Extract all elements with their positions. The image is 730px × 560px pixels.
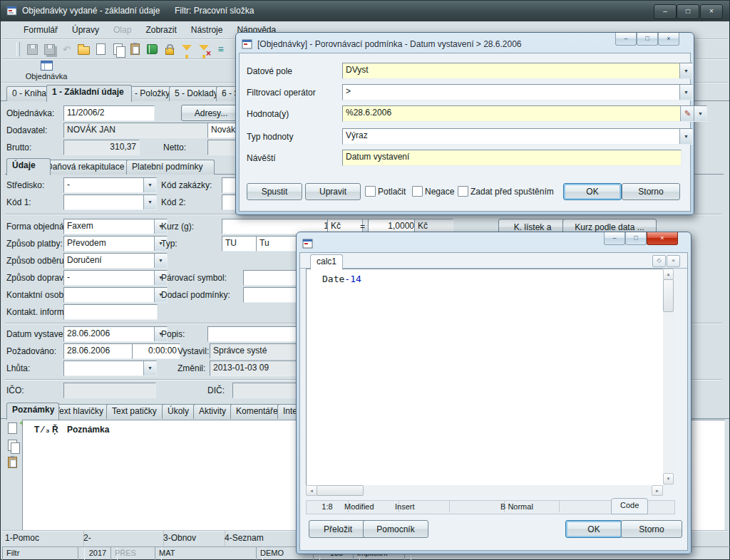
dodavatel-combo[interactable]: NOVÁK JAN▼ [63,123,221,138]
notes-format-icons[interactable]: T ⁄ ₃ Ř̦ [34,425,58,435]
dialog-close-button[interactable]: × [658,33,679,46]
zpusob-platby-combo[interactable]: Převodem▼ [63,236,168,252]
lock-icon[interactable] [161,41,178,58]
undo-icon[interactable]: ↶ [58,41,75,58]
new-document-icon[interactable] [93,41,109,58]
scroll-up-icon[interactable]: ▲ [663,269,674,280]
dodaci-podminky-input[interactable] [243,287,302,303]
prelozit-button[interactable]: Přeložit [309,520,367,538]
editor-options-icon[interactable]: ◇ [652,255,666,267]
kontaktni-osoba-combo[interactable]: ▼ [63,287,168,303]
copy-icon[interactable] [110,41,126,58]
filter-dialog-titlebar[interactable]: [Objednávky] - Porovnávací podmínka - Da… [242,36,601,53]
horizontal-scrollbar[interactable]: ◄ ► [306,485,663,496]
close-button[interactable]: × [700,4,723,19]
typ-hodnoty-combo[interactable]: Výraz▼ [342,128,693,145]
add-note-icon[interactable]: + [8,422,22,437]
kontakt-informace-input[interactable] [63,304,158,320]
dialog-minimize-button[interactable]: – [615,33,637,46]
ok-button[interactable]: OK [563,183,622,200]
forma-objednavky-combo[interactable]: Faxem▼ [63,219,168,234]
notes-tab-poznamky[interactable]: Poznámky [6,403,59,420]
dialog-maximize-button[interactable]: □ [625,232,647,245]
vystavil-field: Správce systé [210,343,302,359]
subtab-udaje[interactable]: Údaje [6,158,51,175]
kod1-combo[interactable]: ▼ [63,195,157,210]
subtab-platebni-podminky[interactable]: Platební podmínky [126,160,215,175]
objednavka-input[interactable]: 11/2006/2 [63,105,155,121]
zpusob-dopravy-combo[interactable]: -▼ [63,270,168,286]
dialog-maximize-button[interactable]: □ [637,33,658,46]
storno-button[interactable]: Storno [622,183,680,200]
maximize-button[interactable]: □ [677,4,699,19]
paste-icon[interactable] [127,41,143,58]
dropdown-icon[interactable]: ▼ [143,195,156,209]
scroll-left-icon[interactable]: ◄ [306,485,317,496]
dropdown-icon[interactable]: ▼ [143,361,156,375]
code-mode-tab[interactable]: Code [611,498,648,514]
order-toolbar-button[interactable]: Objednávka [15,61,78,81]
calc-tab[interactable]: calc1 [310,254,343,270]
main-titlebar[interactable]: Objednávky vydané - základní údaje Filtr… [1,1,729,21]
dropdown-icon[interactable]: ▼ [694,106,706,121]
dropdown-icon[interactable]: ▼ [679,63,692,78]
zpusob-odberu-combo[interactable]: Doručení▼ [63,253,168,269]
menu-nastroje[interactable]: Nástroje [184,23,230,38]
pozadovano-time-input[interactable]: 0:00:00 [132,343,180,359]
dropdown-icon[interactable]: ▼ [143,178,156,192]
adresy-button[interactable]: Adresy... [181,105,241,121]
dropdown-icon[interactable]: ▼ [154,254,167,268]
potlacit-checkbox-label[interactable]: Potlačit [378,185,406,199]
potlacit-checkbox[interactable] [365,186,376,197]
dialog-minimize-button[interactable]: – [604,232,625,245]
datove-pole-combo[interactable]: DVyst▼ [342,63,693,79]
save-all-icon[interactable] [41,41,58,58]
code-dialog-titlebar[interactable] [302,235,598,252]
dialog-close-button[interactable]: × [647,232,678,245]
minimize-button[interactable]: – [654,4,677,19]
menu-upravy[interactable]: Úpravy [65,23,106,38]
menu-zobrazit[interactable]: Zobrazit [138,23,183,38]
lhuta-combo[interactable]: ▼ [63,361,157,376]
code-editor[interactable]: Date-14 [306,269,664,486]
open-folder-icon[interactable] [76,41,92,58]
subtab-danova-rekapitulace[interactable]: Daňová rekapitulace [41,160,136,175]
spustit-button[interactable]: Spustit [247,183,302,200]
scroll-thumb[interactable] [317,485,364,496]
scroll-right-icon[interactable]: ► [652,485,663,496]
book-icon[interactable] [144,41,160,58]
navesti-input[interactable]: Datum vystavení [342,150,682,166]
dropdown-icon[interactable]: ▼ [679,129,692,144]
popis-input[interactable] [207,326,302,342]
negace-checkbox[interactable] [412,186,423,197]
layers-icon[interactable]: ≡ [212,41,229,58]
zadat-checkbox[interactable] [458,186,468,197]
notes-column-header: Poznámka [67,425,109,435]
save-icon[interactable] [24,41,41,58]
vertical-scrollbar[interactable]: ▲ ▼ [663,269,674,484]
scroll-down-icon[interactable]: ▼ [663,473,674,484]
tab-zakladni-udaje[interactable]: 1 - Základní údaje [46,85,132,102]
ok-button[interactable]: OK [565,520,622,538]
datum-vystaveni-combo[interactable]: 28.06.2006▼ [63,326,168,342]
zpusob-odberu-value: Doručení [67,255,102,265]
parovaci-symbol-input[interactable] [243,270,302,286]
dropdown-icon[interactable]: ▼ [679,85,692,100]
pomocnik-button[interactable]: Pomocník [363,520,428,538]
upravit-button[interactable]: Upravit [305,183,361,200]
zadat-checkbox-label[interactable]: Zadat před spuštěním [471,185,554,199]
paste-note-icon[interactable] [8,457,22,471]
copy-note-icon[interactable] [8,440,22,454]
hodnota-input[interactable]: %28.6.2006✎▼ [342,105,707,122]
negace-checkbox-label[interactable]: Negace [425,185,454,199]
filter-icon[interactable] [178,41,195,58]
stredisko-combo[interactable]: -▼ [63,177,157,193]
toolbar-grip[interactable] [16,42,20,56]
menu-formular[interactable]: Formulář [16,23,65,38]
storno-button[interactable]: Storno [621,520,682,538]
filter-clear-icon[interactable]: × [195,41,212,58]
filtrovaci-operator-combo[interactable]: >▼ [342,84,693,100]
scroll-thumb[interactable] [663,279,674,312]
editor-close-icon[interactable]: × [667,255,680,267]
edit-value-icon[interactable]: ✎ [680,106,694,121]
